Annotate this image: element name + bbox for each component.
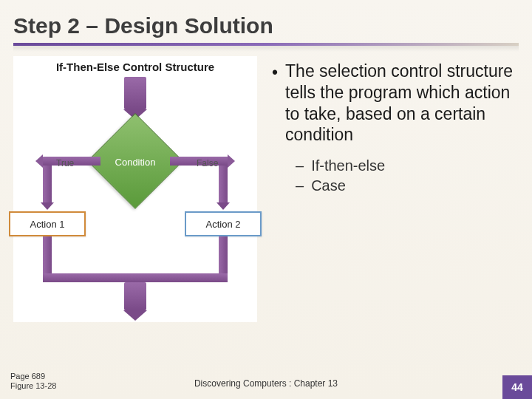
sub-bullet-1-text: If-then-else [311,156,385,176]
bullet-dot-icon: • [272,62,278,146]
false-label: False [197,158,218,168]
footer-center-text: Discovering Computers : Chapter 13 [0,378,532,389]
flowchart-diagram: If-Then-Else Control Structure Condition… [13,56,257,322]
dash-icon: – [296,156,304,176]
line-from-action1 [43,236,52,278]
arrow-top [124,77,146,109]
slide-number: 44 [502,375,532,399]
dash-icon: – [296,176,304,196]
main-bullet: • The selection control structure tells … [272,61,519,146]
content-row: If-Then-Else Control Structure Condition… [0,52,532,322]
title-underline-shadow [13,46,519,52]
slide-title: Step 2 – Design Solution [0,0,532,43]
line-from-action2 [219,236,228,278]
sub-bullet-2-text: Case [311,176,346,196]
arrow-exit [124,282,146,310]
diagram-heading: If-Then-Else Control Structure [13,61,257,73]
action1-box: Action 1 [9,211,86,236]
sub-bullet-2: – Case [296,176,519,196]
line-to-action2 [219,166,228,202]
line-to-action1 [43,166,52,202]
line-merge [43,273,228,282]
text-column: • The selection control structure tells … [272,56,519,322]
main-bullet-text: The selection control structure tells th… [285,61,519,146]
true-label: True [56,158,74,168]
sub-bullet-1: – If-then-else [296,156,519,176]
action2-box: Action 2 [185,211,262,236]
